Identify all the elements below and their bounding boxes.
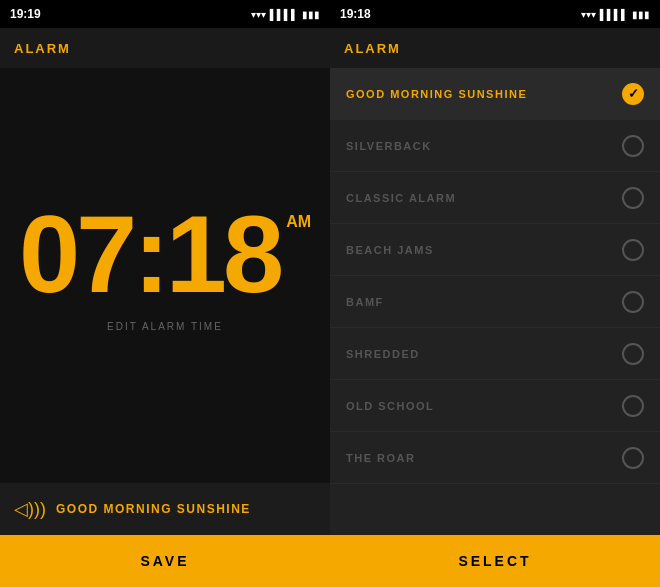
alarm-list-item[interactable]: BEACH JAMS	[330, 224, 660, 276]
alarm-list-item[interactable]: OLD SCHOOL	[330, 380, 660, 432]
radio-checked-icon[interactable]	[622, 83, 644, 105]
alarm-item-label: BEACH JAMS	[346, 244, 434, 256]
save-button-label: SAVE	[140, 553, 189, 569]
alarm-list: GOOD MORNING SUNSHINESILVERBACKCLASSIC A…	[330, 68, 660, 535]
left-status-icons: ▾▾▾ ▌▌▌▌ ▮▮▮	[251, 9, 320, 20]
clock-time: 07:18	[19, 199, 280, 309]
right-battery-icon: ▮▮▮	[632, 9, 650, 20]
radio-unchecked-icon[interactable]	[622, 291, 644, 313]
right-wifi-icon: ▾▾▾	[581, 9, 596, 20]
clock-ampm: AM	[286, 213, 311, 231]
right-header-title: ALARM	[344, 41, 401, 56]
alarm-list-item[interactable]: THE ROAR	[330, 432, 660, 484]
select-button-label: SELECT	[458, 553, 531, 569]
radio-unchecked-icon[interactable]	[622, 343, 644, 365]
alarm-list-item[interactable]: SHREDDED	[330, 328, 660, 380]
radio-unchecked-icon[interactable]	[622, 447, 644, 469]
alarm-item-label: SILVERBACK	[346, 140, 432, 152]
left-clock-area[interactable]: 07:18 AM EDIT ALARM TIME	[0, 68, 330, 483]
edit-alarm-label[interactable]: EDIT ALARM TIME	[107, 321, 223, 332]
alarm-item-label: GOOD MORNING SUNSHINE	[346, 88, 527, 100]
wifi-icon: ▾▾▾	[251, 9, 266, 20]
alarm-item-label: BAMF	[346, 296, 384, 308]
right-signal-icon: ▌▌▌▌	[600, 9, 628, 20]
alarm-list-item[interactable]: SILVERBACK	[330, 120, 660, 172]
signal-icon: ▌▌▌▌	[270, 9, 298, 20]
alarm-list-item[interactable]: GOOD MORNING SUNSHINE	[330, 68, 660, 120]
alarm-track-name: GOOD MORNING SUNSHINE	[56, 502, 251, 516]
battery-icon: ▮▮▮	[302, 9, 320, 20]
alarm-list-item[interactable]: BAMF	[330, 276, 660, 328]
save-button[interactable]: SAVE	[0, 535, 330, 587]
alarm-item-label: CLASSIC ALARM	[346, 192, 456, 204]
right-status-bar: 19:18 ▾▾▾ ▌▌▌▌ ▮▮▮	[330, 0, 660, 28]
left-panel: 19:19 ▾▾▾ ▌▌▌▌ ▮▮▮ ALARM 07:18 AM EDIT A…	[0, 0, 330, 587]
alarm-list-item[interactable]: CLASSIC ALARM	[330, 172, 660, 224]
select-button[interactable]: SELECT	[330, 535, 660, 587]
right-panel: 19:18 ▾▾▾ ▌▌▌▌ ▮▮▮ ALARM GOOD MORNING SU…	[330, 0, 660, 587]
radio-unchecked-icon[interactable]	[622, 395, 644, 417]
right-status-icons: ▾▾▾ ▌▌▌▌ ▮▮▮	[581, 9, 650, 20]
left-header-title: ALARM	[14, 41, 71, 56]
alarm-track-row[interactable]: ◁))) GOOD MORNING SUNSHINE	[0, 483, 330, 535]
alarm-item-label: SHREDDED	[346, 348, 420, 360]
left-status-bar: 19:19 ▾▾▾ ▌▌▌▌ ▮▮▮	[0, 0, 330, 28]
radio-unchecked-icon[interactable]	[622, 239, 644, 261]
speaker-icon: ◁)))	[14, 498, 46, 520]
left-header: ALARM	[0, 28, 330, 68]
alarm-item-label: OLD SCHOOL	[346, 400, 434, 412]
radio-unchecked-icon[interactable]	[622, 135, 644, 157]
right-status-time: 19:18	[340, 7, 371, 21]
radio-unchecked-icon[interactable]	[622, 187, 644, 209]
alarm-item-label: THE ROAR	[346, 452, 415, 464]
left-status-time: 19:19	[10, 7, 41, 21]
right-header: ALARM	[330, 28, 660, 68]
clock-display: 07:18 AM	[19, 199, 311, 309]
